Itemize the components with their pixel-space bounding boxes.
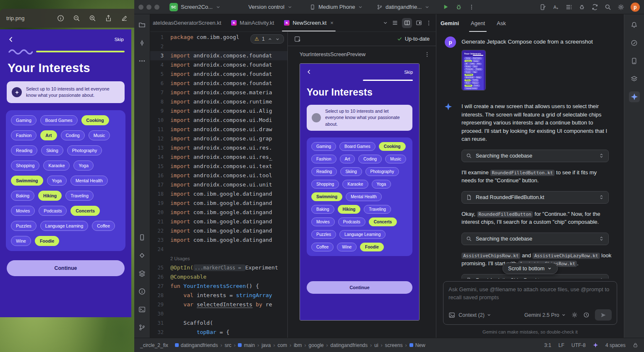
close-tab-icon[interactable]: × <box>330 20 334 26</box>
interest-chip[interactable]: Podcasts <box>338 217 365 226</box>
build-list-icon[interactable] <box>566 4 572 10</box>
interest-chip[interactable]: Reading <box>11 145 37 155</box>
zoom-in-icon[interactable] <box>89 15 96 22</box>
send-button[interactable] <box>595 309 612 321</box>
project-tool-icon[interactable] <box>137 19 148 30</box>
gemini-input-box[interactable]: Ask Gemini, use @filename to attach sour… <box>443 281 617 325</box>
breadcrumb-item[interactable]: main <box>238 342 255 348</box>
resource-manager-icon[interactable] <box>629 73 640 84</box>
interest-chip[interactable]: Concerts <box>369 217 397 226</box>
gemini-settings-icon[interactable] <box>571 312 578 318</box>
interest-chip[interactable]: Fashion <box>472 60 480 62</box>
notifications-bell-icon[interactable] <box>629 19 640 30</box>
code-line[interactable]: 8import androidx.compose.runtime <box>150 97 287 106</box>
editor-more-icon[interactable] <box>426 20 432 26</box>
interest-chip[interactable]: Yoga <box>47 176 67 186</box>
interest-chip[interactable]: Hiking <box>38 191 62 201</box>
interest-chip[interactable]: Board Games <box>339 142 375 151</box>
back-icon[interactable] <box>8 36 14 43</box>
problems-icon[interactable] <box>137 286 148 297</box>
search-everywhere-icon[interactable] <box>605 4 611 10</box>
code-line[interactable]: 4import androidx.compose.foundat <box>150 60 287 70</box>
breadcrumb-item[interactable]: ibm <box>294 342 302 348</box>
profiler-icon[interactable] <box>579 4 585 10</box>
code-line[interactable]: 14import androidx.compose.ui.res. <box>150 153 287 162</box>
interest-chip[interactable]: Puzzles <box>11 221 37 231</box>
breadcrumb-item[interactable]: com <box>277 342 287 348</box>
interest-chip[interactable]: Coding <box>358 155 382 163</box>
interest-chip[interactable]: Music <box>89 130 110 140</box>
minimize-window-icon[interactable] <box>146 5 151 10</box>
interest-chip[interactable]: Karaoke <box>43 160 70 171</box>
context-selector[interactable]: Context (2) <box>459 312 491 318</box>
interest-chip[interactable]: Wine <box>471 90 477 91</box>
layout-inspector-icon[interactable] <box>540 4 546 10</box>
interest-chip[interactable]: Concerts <box>464 85 472 87</box>
interest-chip[interactable]: Language Learning <box>40 221 89 231</box>
skip-button[interactable]: Skip <box>115 37 124 42</box>
sync-project-icon[interactable] <box>592 4 598 10</box>
expand-icon[interactable] <box>599 236 604 241</box>
share-icon[interactable] <box>105 15 112 22</box>
interest-chip[interactable]: Reading <box>464 65 472 67</box>
interest-chip[interactable]: Art <box>40 130 57 140</box>
expand-icon[interactable] <box>599 277 604 279</box>
code-line[interactable]: 24 <box>150 245 287 254</box>
code-line[interactable]: 7import androidx.compose.materia <box>150 88 287 97</box>
code-line[interactable]: 30 <box>150 309 287 318</box>
zoom-out-icon[interactable] <box>73 15 80 22</box>
interest-chip[interactable]: Karaoke <box>342 180 368 189</box>
interest-chip[interactable]: Podcasts <box>472 82 479 84</box>
build-refresh-icon[interactable] <box>294 36 301 42</box>
interest-chip[interactable]: Fashion <box>11 130 37 140</box>
tool-call-card[interactable]: Read RoundedFilledButton.kt <box>461 191 609 204</box>
interest-chip[interactable]: Coffee <box>311 243 334 251</box>
code-line[interactable]: 26@Composable <box>150 272 287 282</box>
code-line[interactable]: 5import androidx.compose.foundat <box>150 70 287 79</box>
breadcrumb-item[interactable]: New <box>409 342 425 348</box>
code-line[interactable]: 27fun YourInterestsScreen() { <box>150 282 287 291</box>
preview-more-icon[interactable] <box>424 52 430 57</box>
interest-chip[interactable]: Photography <box>67 145 102 155</box>
run-config-selector[interactable]: datingandfrie... <box>377 0 430 14</box>
maximize-window-icon[interactable] <box>154 5 159 10</box>
interest-chip[interactable]: Concerts <box>70 206 100 216</box>
file-encoding[interactable]: UTF-8 <box>571 342 586 348</box>
gemini-tab-ask[interactable]: Ask <box>497 14 506 32</box>
interest-chip[interactable]: Baking <box>311 205 334 214</box>
vcs-widget[interactable]: Version control <box>248 0 292 14</box>
breadcrumb-item[interactable]: java <box>261 342 271 348</box>
tab-list-chevron-icon[interactable] <box>383 20 388 26</box>
interest-chip[interactable]: Wine <box>337 243 357 251</box>
continue-button[interactable]: Continue <box>7 260 125 276</box>
interest-chip[interactable]: Shopping <box>11 160 39 171</box>
interest-chip[interactable]: Foodie <box>35 236 59 246</box>
interest-chip[interactable]: Traveling <box>471 79 479 81</box>
code-line[interactable]: 6import androidx.compose.foundat <box>150 79 287 88</box>
next-problem-icon[interactable] <box>275 37 280 41</box>
interest-chip[interactable]: Language Learning <box>464 87 478 89</box>
device-manager-icon[interactable] <box>629 55 640 66</box>
user-avatar[interactable]: p <box>631 3 640 12</box>
code-line[interactable]: 31 Scaffold( <box>150 318 287 328</box>
git-branch-widget[interactable]: _circle_2_fix <box>140 342 168 348</box>
attach-image-icon[interactable] <box>448 312 455 318</box>
model-selector[interactable]: Gemini 2.5 Pro <box>524 312 566 318</box>
interest-chip[interactable]: Art <box>340 155 355 163</box>
code-line[interactable]: 20import com.ibm.google.datingand <box>150 208 287 217</box>
project-widget[interactable]: SC Screen2Co... <box>169 0 221 14</box>
interest-chip[interactable]: Mental Health <box>346 192 382 201</box>
caret-position[interactable]: 3:1 <box>544 342 551 348</box>
code-line[interactable]: 19import com.ibm.google.datingand <box>150 199 287 208</box>
code-line[interactable]: 11import androidx.compose.ui.draw <box>150 125 287 134</box>
breadcrumb-item[interactable]: src <box>224 342 231 348</box>
tool-call-card[interactable]: Read AssistiveChipsRow.kt <box>461 274 609 279</box>
expand-icon[interactable] <box>599 194 604 200</box>
interest-chip[interactable]: Photography <box>464 68 474 70</box>
code-line[interactable]: 18import com.ibm.google.datingand <box>150 189 287 199</box>
code-line[interactable]: 12import androidx.compose.ui.grap <box>150 134 287 143</box>
interest-chip[interactable]: Cooking <box>81 115 109 125</box>
interest-chip[interactable]: Baking <box>11 191 34 201</box>
interest-chip[interactable]: Skiing <box>472 65 478 67</box>
running-devices-icon[interactable] <box>137 232 148 243</box>
